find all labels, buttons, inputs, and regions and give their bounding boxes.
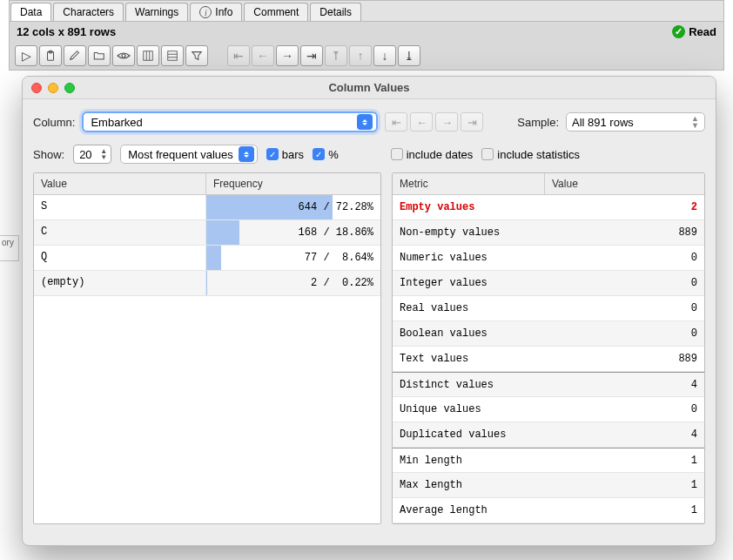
clipboard-button[interactable] (39, 45, 62, 66)
metric-value: 0 (545, 403, 704, 415)
minimize-button[interactable] (48, 83, 58, 93)
metric-row[interactable]: Unique values0 (393, 397, 704, 422)
metric-name: Empty values (393, 201, 545, 213)
metric-name: Duplicated values (393, 428, 545, 441)
scroll-top-button[interactable]: ⤒ (325, 45, 347, 66)
tab-comment[interactable]: Comment (244, 3, 308, 21)
metric-row[interactable]: Min length1 (393, 448, 704, 473)
show-count-stepper[interactable]: 20 ▲▼ (73, 145, 111, 164)
metric-row[interactable]: Average length1 (393, 498, 704, 523)
metric-row[interactable]: Boolean values0 (393, 321, 704, 347)
col-header-frequency[interactable]: Frequency (206, 173, 380, 194)
bg-tab-bar: Data Characters Warnings iInfo Comment D… (10, 1, 723, 22)
metric-row[interactable]: Numeric values0 (393, 246, 704, 271)
freq-value: C (34, 220, 206, 245)
svg-point-2 (122, 54, 125, 57)
metric-value: 4 (545, 428, 704, 441)
include-dates-checkbox[interactable]: include dates (391, 148, 474, 161)
metric-row[interactable]: Non-empty values889 (393, 220, 704, 246)
sort-select[interactable]: Most frequent values (120, 145, 258, 164)
dropdown-arrows-icon (357, 114, 373, 130)
frequency-table: Value Frequency S644 / 72.28%C168 / 18.8… (33, 172, 381, 524)
metric-name: Distinct values (393, 379, 545, 391)
percent-checkbox[interactable]: ✓% (313, 148, 339, 161)
rows-button[interactable] (161, 45, 184, 66)
include-stats-checkbox[interactable]: include statistics (481, 148, 580, 161)
tab-info[interactable]: iInfo (190, 3, 242, 21)
tab-details[interactable]: Details (310, 3, 361, 21)
sample-select[interactable]: All 891 rows ▲▼ (566, 112, 705, 132)
play-button[interactable]: ▷ (15, 45, 37, 66)
metric-row[interactable]: Distinct values4 (393, 372, 704, 397)
filter-button[interactable] (185, 45, 208, 66)
metric-name: Average length (393, 504, 545, 516)
metric-value: 889 (545, 226, 704, 239)
freq-row[interactable]: (empty) 2 / 0.22% (34, 271, 380, 296)
metric-row[interactable]: Text values889 (393, 347, 704, 372)
freq-text: 168 / 18.86% (206, 226, 380, 239)
col-header-value[interactable]: Value (34, 173, 206, 194)
scroll-down-button[interactable]: ↓ (373, 45, 396, 66)
tab-warnings[interactable]: Warnings (125, 3, 188, 21)
metric-row[interactable]: Real values0 (393, 296, 704, 321)
freq-row[interactable]: C168 / 18.86% (34, 220, 380, 246)
dialog-title: Column Values (23, 81, 716, 94)
freq-row[interactable]: S644 / 72.28% (34, 195, 380, 220)
metric-value: 0 (545, 277, 704, 289)
dimensions-label: 12 cols x 891 rows (17, 25, 116, 38)
metric-value: 0 (545, 327, 704, 340)
read-label: Read (689, 25, 716, 38)
close-button[interactable] (31, 83, 42, 93)
tab-data[interactable]: Data (10, 3, 51, 21)
freq-value: Q (34, 246, 206, 270)
tab-characters[interactable]: Characters (53, 3, 124, 21)
bars-checkbox[interactable]: ✓bars (266, 148, 304, 161)
nav-first-button[interactable]: ⇤ (227, 45, 250, 66)
nav-prev-button[interactable]: ← (252, 45, 274, 66)
eye-button[interactable] (112, 45, 135, 66)
metric-row[interactable]: Empty values2 (393, 195, 704, 220)
scroll-up-button[interactable]: ↑ (349, 45, 372, 66)
dropdown-arrows-icon: ▲▼ (691, 115, 699, 129)
metric-name: Boolean values (393, 327, 545, 340)
svg-rect-3 (144, 51, 153, 61)
zoom-button[interactable] (64, 83, 75, 93)
metric-value: 0 (545, 252, 704, 264)
freq-text: 2 / 0.22% (206, 277, 380, 289)
nav-next-button[interactable]: → (276, 45, 299, 66)
columns-button[interactable] (137, 45, 159, 66)
sample-label: Sample: (517, 116, 559, 129)
metrics-table: Metric Value Empty values2Non-empty valu… (392, 172, 705, 524)
col-header-metric[interactable]: Metric (393, 173, 545, 194)
scroll-bottom-button[interactable]: ⤓ (398, 45, 420, 66)
col-last-button[interactable]: ⇥ (461, 112, 483, 132)
metric-value: 1 (545, 504, 704, 516)
col-header-mvalue[interactable]: Value (545, 173, 704, 194)
col-first-button[interactable]: ⇤ (385, 112, 407, 132)
col-prev-button[interactable]: ← (410, 112, 433, 132)
edit-button[interactable] (64, 45, 86, 66)
freq-row[interactable]: Q 77 / 8.64% (34, 246, 380, 271)
metric-row[interactable]: Duplicated values4 (393, 422, 704, 448)
metric-row[interactable]: Integer values0 (393, 271, 704, 296)
metric-name: Real values (393, 302, 545, 314)
freq-text: 77 / 8.64% (206, 252, 380, 264)
column-select[interactable]: Embarked (82, 111, 378, 132)
metric-name: Integer values (393, 277, 545, 289)
freq-text: 644 / 72.28% (206, 201, 380, 213)
metric-name: Text values (393, 353, 545, 365)
show-label: Show: (33, 148, 64, 161)
folder-button[interactable] (88, 45, 111, 66)
metric-row[interactable]: Max length1 (393, 473, 704, 498)
info-icon: i (199, 6, 212, 18)
freq-cell: 644 / 72.28% (206, 195, 380, 219)
nav-last-button[interactable]: ⇥ (300, 45, 323, 66)
freq-value: S (34, 195, 206, 219)
metric-name: Min length (393, 455, 545, 467)
titlebar: Column Values (23, 77, 716, 99)
metric-name: Unique values (393, 403, 545, 415)
check-icon: ✓ (672, 25, 685, 38)
col-next-button[interactable]: → (435, 112, 458, 132)
status-row: 12 cols x 891 rows ✓ Read (10, 22, 723, 42)
metric-value: 1 (545, 455, 704, 467)
